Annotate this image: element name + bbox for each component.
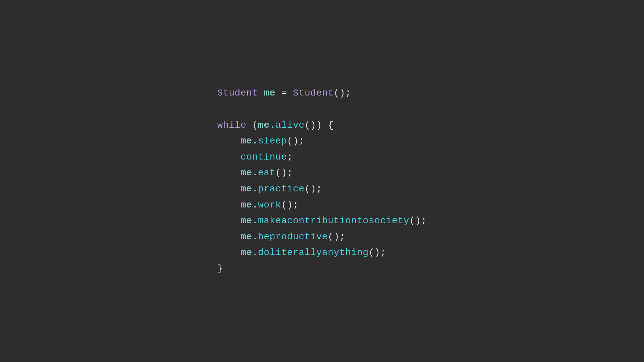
code-line-while: while ( me. alive ()) { xyxy=(217,117,427,133)
code-line-continue: continue ; xyxy=(217,149,427,165)
variable-me: me xyxy=(264,85,275,101)
contribute-method: makeacontributiontosociety xyxy=(258,213,409,229)
code-line-closing-brace: } xyxy=(217,261,427,277)
practice-method: practice xyxy=(258,181,305,197)
closing-brace: } xyxy=(217,261,223,277)
code-line-eat: me. eat (); xyxy=(217,165,427,181)
code-line-contribute: me. makeacontributiontosociety (); xyxy=(217,213,427,229)
me-var-contribute: me. xyxy=(240,213,258,229)
alive-method: alive xyxy=(275,117,305,133)
anything-method: doliterallyanything xyxy=(258,245,369,261)
code-line-productive: me. beproductive (); xyxy=(217,229,427,245)
continue-keyword: continue xyxy=(240,149,287,165)
code-line-1: Student me = Student () ; xyxy=(217,85,427,101)
blank-line xyxy=(217,101,427,117)
me-var-work: me. xyxy=(240,197,258,213)
type-keyword: Student xyxy=(217,85,258,101)
code-line-anything: me. doliterallyanything (); xyxy=(217,245,427,261)
me-var-while: me. xyxy=(258,117,275,133)
constructor-call: Student xyxy=(293,85,334,101)
code-line-sleep: me. sleep (); xyxy=(217,133,427,149)
me-var-sleep: me. xyxy=(240,133,258,149)
me-var-eat: me. xyxy=(240,165,258,181)
while-keyword: while xyxy=(217,117,246,133)
code-line-practice: me. practice (); xyxy=(217,181,427,197)
sleep-method: sleep xyxy=(258,133,287,149)
me-var-productive: me. xyxy=(240,229,258,245)
work-method: work xyxy=(258,197,281,213)
code-line-work: me. work (); xyxy=(217,197,427,213)
me-var-practice: me. xyxy=(240,181,258,197)
me-var-anything: me. xyxy=(240,245,258,261)
code-display: Student me = Student () ; while ( me. al… xyxy=(217,85,427,277)
eat-method: eat xyxy=(258,165,275,181)
productive-method: beproductive xyxy=(258,229,328,245)
